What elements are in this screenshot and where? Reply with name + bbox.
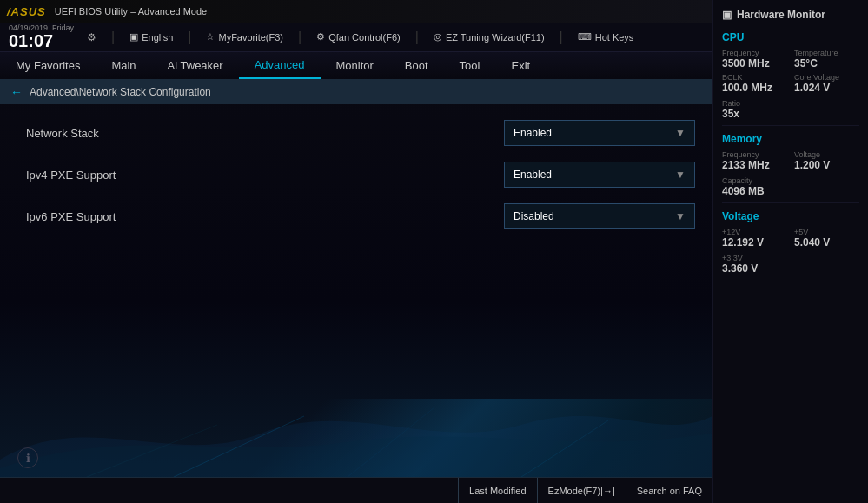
footer-bar: Last Modified EzMode(F7)|→| Search on FA… (0, 477, 712, 503)
memory-voltage-label: Voltage (794, 150, 859, 159)
cpu-bclk-value: 100.0 MHz (722, 82, 787, 94)
memory-voltage-value: 1.200 V (794, 159, 859, 171)
sep3: | (298, 30, 301, 45)
hardware-monitor-header: ▣ Hardware Monitor (722, 7, 859, 21)
cpu-grid: Frequency 3500 MHz Temperature 35°C BCLK… (722, 49, 859, 94)
nav-item-main[interactable]: Main (96, 52, 151, 79)
asus-logo: /ASUS (7, 5, 46, 18)
voltage-33v-value: 3.360 V (722, 262, 859, 275)
sep4: | (415, 30, 419, 45)
cpu-temperature-label: Temperature (794, 49, 859, 57)
cpu-bclk-cell: BCLK 100.0 MHz (722, 73, 787, 94)
voltage-grid: +12V 12.192 V +5V 5.040 V (722, 228, 859, 248)
sep5: | (560, 30, 563, 45)
memory-frequency-value: 2133 MHz (722, 159, 787, 171)
voltage-section-title: Voltage (722, 210, 859, 222)
cpu-frequency-cell: Frequency 3500 MHz (722, 49, 787, 69)
ez-tuning-button[interactable]: ◎ EZ Tuning Wizard(F11) (434, 31, 545, 43)
voltage-12v-cell: +12V 12.192 V (722, 228, 787, 248)
ipv4-dropdown[interactable]: Enabled ▼ (504, 162, 695, 188)
voltage-5v-label: +5V (794, 228, 859, 236)
voltage-12v-label: +12V (722, 228, 787, 236)
voltage-33v-cell: +3.3V 3.360 V (722, 254, 859, 275)
qfan-label: Qfan Control(F6) (328, 32, 401, 43)
cpu-corevoltage-cell: Core Voltage 1.024 V (794, 73, 859, 94)
breadcrumb-bar: ← Advanced\Network Stack Configuration (0, 80, 712, 104)
hot-keys-label: Hot Keys (595, 32, 634, 43)
language-label: English (142, 32, 173, 43)
voltage-5v-cell: +5V 5.040 V (794, 228, 859, 248)
memory-frequency-cell: Frequency 2133 MHz (722, 150, 787, 171)
network-stack-arrow-icon: ▼ (675, 127, 686, 139)
datetime-display: 04/19/2019 Friday 01:07 (9, 24, 74, 50)
favorite-label: MyFavorite(F3) (218, 32, 283, 43)
breadcrumb-path: Advanced\Network Stack Configuration (30, 86, 211, 98)
cpu-frequency-label: Frequency (722, 49, 787, 57)
memory-frequency-label: Frequency (722, 150, 787, 159)
memory-divider (722, 202, 859, 203)
ipv6-label: Ipv6 PXE Support (17, 210, 278, 223)
voltage-12v-value: 12.192 V (722, 236, 787, 248)
nav-item-advanced[interactable]: Advanced (239, 52, 321, 79)
language-flag-icon: ▣ (129, 31, 138, 43)
nav-bar: My Favorites Main Ai Tweaker Advanced Mo… (0, 52, 712, 80)
favorite-icon: ☆ (206, 31, 215, 43)
nav-item-favorites[interactable]: My Favorites (0, 52, 96, 79)
hardware-monitor-panel: ▣ Hardware Monitor CPU Frequency 3500 MH… (712, 0, 868, 503)
nav-item-boot[interactable]: Boot (389, 52, 444, 79)
header-bar: /ASUS UEFI BIOS Utility – Advanced Mode (0, 0, 712, 23)
network-stack-value: Enabled (514, 127, 552, 139)
my-favorite-button[interactable]: ☆ MyFavorite(F3) (206, 31, 283, 43)
info-button[interactable]: ℹ (17, 447, 38, 468)
ez-mode-item[interactable]: EzMode(F7)|→| (537, 478, 626, 503)
network-stack-label: Network Stack (17, 127, 278, 140)
ez-label: EZ Tuning Wizard(F11) (446, 32, 545, 43)
nav-item-tool[interactable]: Tool (444, 52, 496, 79)
network-stack-row: Network Stack Enabled ▼ (17, 118, 695, 148)
voltage-5v-value: 5.040 V (794, 236, 859, 248)
memory-capacity-cell: Capacity 4096 MB (722, 176, 859, 197)
cpu-bclk-label: BCLK (722, 73, 787, 82)
language-selector[interactable]: ▣ English (129, 31, 173, 43)
nav-item-monitor[interactable]: Monitor (321, 52, 389, 79)
cpu-frequency-value: 3500 MHz (722, 57, 787, 69)
cpu-section-title: CPU (722, 31, 859, 43)
cpu-corevoltage-value: 1.024 V (794, 82, 859, 94)
voltage-33v-label: +3.3V (722, 254, 859, 262)
settings-icon[interactable]: ⚙ (87, 31, 96, 43)
breadcrumb-back-icon[interactable]: ← (10, 85, 23, 99)
nav-item-exit[interactable]: Exit (495, 52, 546, 79)
info-bar: 04/19/2019 Friday 01:07 ⚙ | ▣ English | … (0, 23, 712, 52)
cpu-ratio-value: 35x (722, 108, 859, 120)
memory-section-title: Memory (722, 133, 859, 145)
nav-item-ai-tweaker[interactable]: Ai Tweaker (152, 52, 239, 79)
memory-capacity-value: 4096 MB (722, 185, 859, 197)
cpu-ratio-cell: Ratio 35x (722, 99, 859, 120)
ipv4-value: Enabled (514, 169, 552, 181)
ipv6-dropdown[interactable]: Disabled ▼ (504, 203, 695, 229)
cpu-corevoltage-label: Core Voltage (794, 73, 859, 82)
hardware-monitor-title: Hardware Monitor (737, 9, 825, 21)
bios-title: UEFI BIOS Utility – Advanced Mode (55, 6, 207, 17)
qfan-button[interactable]: ⚙ Qfan Control(F6) (316, 31, 401, 43)
network-stack-dropdown[interactable]: Enabled ▼ (504, 120, 695, 146)
ipv4-label: Ipv4 PXE Support (17, 169, 278, 182)
ipv4-arrow-icon: ▼ (675, 169, 686, 181)
time-display: 01:07 (9, 32, 74, 50)
hot-keys-button[interactable]: ⌨ Hot Keys (578, 31, 634, 43)
memory-capacity-label: Capacity (722, 176, 859, 185)
ez-icon: ◎ (434, 31, 442, 43)
ipv6-arrow-icon: ▼ (675, 210, 686, 222)
sep2: | (188, 30, 191, 45)
memory-voltage-cell: Voltage 1.200 V (794, 150, 859, 171)
ipv4-row: Ipv4 PXE Support Enabled ▼ (17, 160, 695, 189)
settings-content: Network Stack Enabled ▼ Ipv4 PXE Support… (0, 104, 712, 460)
hotkeys-icon: ⌨ (578, 31, 592, 43)
sep1: | (111, 30, 115, 45)
qfan-icon: ⚙ (316, 31, 325, 43)
cpu-temperature-cell: Temperature 35°C (794, 49, 859, 69)
search-faq-item[interactable]: Search on FAQ (626, 478, 712, 503)
cpu-ratio-label: Ratio (722, 99, 859, 108)
ipv6-value: Disabled (514, 210, 554, 222)
last-modified-item: Last Modified (458, 478, 536, 503)
